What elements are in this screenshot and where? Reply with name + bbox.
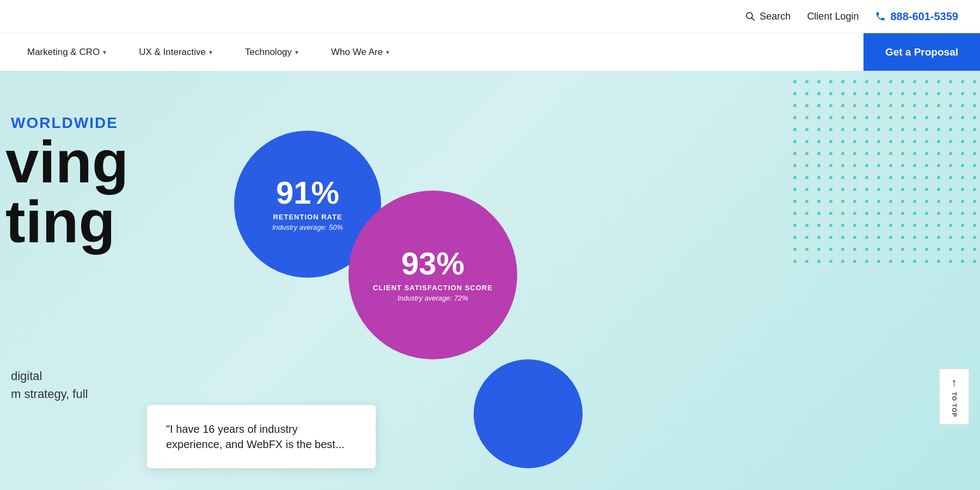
arrow-up-icon: ↑: [951, 376, 957, 390]
get-proposal-button[interactable]: Get a Proposal: [863, 33, 980, 71]
retention-label: RETENTION RATE: [262, 213, 353, 221]
phone-icon: [875, 11, 886, 22]
search-icon: [745, 11, 755, 21]
hero-section: WORLDWIDE ving ting digital m strategy, …: [0, 71, 980, 490]
search-label: Search: [759, 11, 791, 22]
chevron-down-icon: ▾: [295, 48, 298, 56]
retention-avg: Industry average: 50%: [272, 223, 343, 231]
testimonial-card: "I have 16 years of industry experience,…: [147, 405, 376, 468]
chevron-down-icon: ▾: [386, 48, 389, 56]
chevron-down-icon: ▾: [209, 48, 212, 56]
dot-grid: [789, 76, 980, 267]
testimonial-text: "I have 16 years of industry experience,…: [166, 421, 357, 452]
third-stat-circle: [474, 359, 583, 468]
svg-line-1: [752, 18, 755, 21]
satisfaction-avg: Industry average: 72%: [397, 294, 468, 302]
scroll-to-top-button[interactable]: ↑ TO TOP: [939, 369, 969, 425]
satisfaction-label: CLIENT SATISFACTION SCORE: [362, 284, 504, 292]
hero-subtext: digital m strategy, full: [11, 367, 88, 403]
chevron-down-icon: ▾: [103, 48, 106, 56]
nav-bar: Marketing & CRO ▾ UX & Interactive ▾ Tec…: [0, 33, 980, 71]
retention-value: 91%: [276, 177, 339, 209]
hero-headline: ving ting: [0, 132, 128, 252]
scroll-to-top-label: TO TOP: [951, 392, 958, 418]
satisfaction-stat-circle: 93% CLIENT SATISFACTION SCORE Industry a…: [348, 191, 517, 359]
nav-item-technology[interactable]: Technology ▾: [229, 33, 315, 71]
client-login-button[interactable]: Client Login: [807, 11, 859, 22]
nav-item-marketing[interactable]: Marketing & CRO ▾: [11, 33, 122, 71]
top-bar: Search Client Login 888-601-5359: [0, 0, 980, 33]
search-button[interactable]: Search: [745, 11, 791, 22]
nav-items: Marketing & CRO ▾ UX & Interactive ▾ Tec…: [11, 33, 863, 71]
satisfaction-value: 93%: [401, 248, 464, 279]
hero-text-block: WORLDWIDE ving ting: [0, 114, 128, 252]
phone-button[interactable]: 888-601-5359: [875, 10, 958, 23]
nav-item-ux[interactable]: UX & Interactive ▾: [122, 33, 229, 71]
nav-item-who-we-are[interactable]: Who We Are ▾: [315, 33, 406, 71]
